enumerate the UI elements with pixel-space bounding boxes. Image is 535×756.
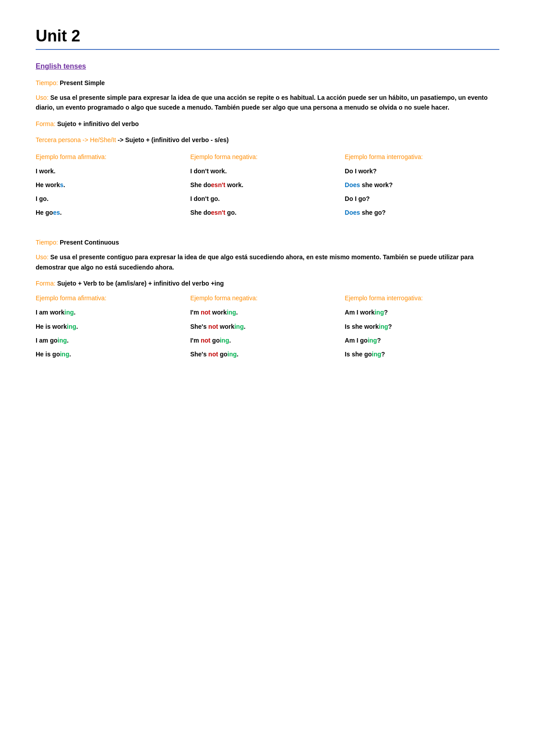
pc-col-header-interrogativa: Ejemplo forma interrogativa: bbox=[345, 294, 490, 302]
pc-af-1: I am working. bbox=[36, 307, 181, 318]
ps-neg-3: I don't go. bbox=[190, 193, 336, 204]
pc-neg-2-not: not bbox=[208, 323, 218, 330]
pc-col-interrogativa: Ejemplo forma interrogativa: Am I workin… bbox=[345, 294, 499, 363]
pc-af-2: He is working. bbox=[36, 321, 181, 332]
pc-int-3: Am I going? bbox=[345, 335, 490, 346]
ps-int-3: Do I go? bbox=[345, 193, 490, 204]
pc-int-2: Is she working? bbox=[345, 321, 490, 332]
pc-int-1: Am I working? bbox=[345, 307, 490, 318]
pc-neg-1-ing: ing bbox=[227, 309, 236, 316]
ps-neg-4: She doesn't go. bbox=[190, 207, 336, 218]
pc-af-4-ing: ing bbox=[60, 351, 69, 358]
ps-examples-grid: Ejemplo forma afirmativa: I work. He wor… bbox=[36, 153, 499, 221]
pc-forma-line: Forma: Sujeto + Verb to be (am/is/are) +… bbox=[36, 278, 499, 288]
ps-neg-2: She doesn't work. bbox=[190, 180, 336, 191]
pc-neg-1-not: not bbox=[201, 309, 210, 316]
pc-col-afirmativa: Ejemplo forma afirmativa: I am working. … bbox=[36, 294, 190, 363]
ps-forma-text: Sujeto + infinitivo del verbo bbox=[57, 120, 139, 127]
ps-col-negativa: Ejemplo forma negativa: I don't work. Sh… bbox=[190, 153, 345, 221]
pc-neg-3-ing: ing bbox=[220, 337, 229, 344]
ps-forma-line: Forma: Sujeto + infinitivo del verbo bbox=[36, 119, 499, 129]
ps-af-4-suffix: es bbox=[53, 209, 60, 216]
ps-int-4: Does she go? bbox=[345, 207, 490, 218]
pc-uso-label: Uso: bbox=[36, 253, 49, 261]
pc-neg-3-not: not bbox=[201, 337, 210, 344]
ps-af-2: He works. bbox=[36, 180, 181, 191]
ps-neg-2-highlight: esn't bbox=[211, 181, 225, 188]
ps-neg-1: I don't work. bbox=[190, 166, 336, 177]
pc-int-2-ing: ing bbox=[379, 323, 388, 330]
pc-af-3: I am going. bbox=[36, 335, 181, 346]
ps-col-header-afirmativa: Ejemplo forma afirmativa: bbox=[36, 153, 181, 160]
pc-examples-grid: Ejemplo forma afirmativa: I am working. … bbox=[36, 294, 499, 363]
ps-forma-label: Forma: bbox=[36, 120, 55, 127]
ps-col-header-negativa: Ejemplo forma negativa: bbox=[190, 153, 336, 160]
pc-forma-label: Forma: bbox=[36, 280, 55, 287]
ps-col-interrogativa: Ejemplo forma interrogativa: Do I work? … bbox=[345, 153, 499, 221]
ps-tiempo-line: Tiempo: Present Simple bbox=[36, 79, 499, 86]
ps-af-1: I work. bbox=[36, 166, 181, 177]
ps-tercera-arrow: -> Sujeto + (infinitivo del verbo - s/es… bbox=[118, 136, 229, 143]
pc-int-4-ing: ing bbox=[372, 351, 381, 358]
ps-col-afirmativa: Ejemplo forma afirmativa: I work. He wor… bbox=[36, 153, 190, 221]
pc-tiempo-line: Tiempo: Present Continuous bbox=[36, 239, 499, 246]
pc-af-3-ing: ing bbox=[58, 337, 67, 344]
page-title: Unit 2 bbox=[36, 27, 499, 45]
pc-af-1-ing: ing bbox=[65, 309, 74, 316]
pc-tiempo-label: Tiempo: bbox=[36, 239, 58, 246]
title-divider bbox=[36, 49, 499, 50]
ps-int-1: Do I work? bbox=[345, 166, 490, 177]
ps-tiempo-value: Present Simple bbox=[60, 79, 105, 86]
pc-uso-text: Se usa el presente contiguo para expresa… bbox=[36, 253, 473, 270]
pc-col-header-afirmativa: Ejemplo forma afirmativa: bbox=[36, 294, 181, 302]
pc-neg-4-ing: ing bbox=[227, 351, 237, 358]
ps-uso-text: Se usa el presente simple para expresar … bbox=[36, 94, 488, 111]
pc-int-3-ing: ing bbox=[368, 337, 377, 344]
ps-int-2: Does she work? bbox=[345, 180, 490, 191]
ps-af-2-suffix: s bbox=[60, 181, 63, 188]
pc-forma-text: Sujeto + Verb to be (am/is/are) + infini… bbox=[57, 280, 224, 287]
present-simple-section: Tiempo: Present Simple Uso: Se usa el pr… bbox=[36, 79, 499, 221]
ps-int-4-does: Does bbox=[345, 209, 360, 216]
pc-col-header-negativa: Ejemplo forma negativa: bbox=[190, 294, 336, 302]
ps-tercera-line: Tercera persona -> He/She/It -> Sujeto +… bbox=[36, 135, 499, 145]
pc-col-negativa: Ejemplo forma negativa: I'm not working.… bbox=[190, 294, 345, 363]
ps-uso-label: Uso: bbox=[36, 94, 49, 101]
pc-neg-4: She's not going. bbox=[190, 349, 336, 360]
pc-uso-block: Uso: Se usa el presente contiguo para ex… bbox=[36, 252, 499, 272]
present-continuous-section: Tiempo: Present Continuous Uso: Se usa e… bbox=[36, 239, 499, 363]
section-heading: English tenses bbox=[36, 62, 499, 70]
pc-neg-1: I'm not working. bbox=[190, 307, 336, 318]
pc-int-4: Is she going? bbox=[345, 349, 490, 360]
ps-af-4: He goes. bbox=[36, 207, 181, 218]
pc-af-4: He is going. bbox=[36, 349, 181, 360]
ps-tiempo-label: Tiempo: bbox=[36, 79, 58, 86]
ps-neg-4-highlight: esn't bbox=[211, 209, 225, 216]
pc-tiempo-value: Present Continuous bbox=[60, 239, 119, 246]
ps-tercera-label: Tercera persona -> He/She/It bbox=[36, 136, 116, 143]
ps-int-2-does: Does bbox=[345, 181, 360, 188]
pc-af-2-ing: ing bbox=[67, 323, 76, 330]
pc-int-1-ing: ing bbox=[374, 309, 384, 316]
pc-neg-3: I'm not going. bbox=[190, 335, 336, 346]
pc-neg-2-ing: ing bbox=[235, 323, 244, 330]
ps-uso-block: Uso: Se usa el presente simple para expr… bbox=[36, 93, 499, 113]
ps-af-3: I go. bbox=[36, 193, 181, 204]
pc-neg-4-not: not bbox=[208, 351, 218, 358]
pc-neg-2: She's not working. bbox=[190, 321, 336, 332]
ps-col-header-interrogativa: Ejemplo forma interrogativa: bbox=[345, 153, 490, 160]
